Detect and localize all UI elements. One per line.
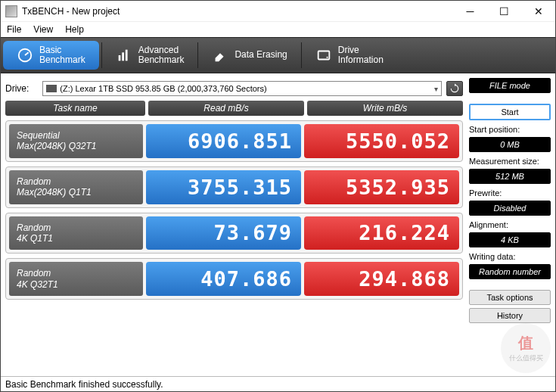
- result-row: Random4K Q1T173.679216.224: [5, 213, 463, 254]
- menu-file[interactable]: File: [7, 24, 21, 35]
- menu-help[interactable]: Help: [65, 24, 84, 35]
- result-row: SequentialMax(2048K) Q32T16906.8515550.0…: [5, 120, 463, 162]
- header-row: Task name Read mB/s Write mB/s: [5, 101, 463, 116]
- header-read: Read mB/s: [148, 101, 304, 116]
- tab-basic-benchmark[interactable]: BasicBenchmark: [3, 41, 99, 70]
- read-value: 6906.851: [146, 124, 301, 158]
- task-cell: RandomMax(2048K) Q1T1: [9, 170, 143, 204]
- header-task: Task name: [5, 101, 145, 116]
- svg-rect-2: [118, 55, 120, 61]
- app-icon: [5, 5, 17, 17]
- task-cell: Random4K Q32T1: [9, 262, 143, 296]
- task-cell: Random4K Q1T1: [9, 216, 143, 250]
- svg-rect-3: [122, 52, 124, 61]
- menu-view[interactable]: View: [33, 24, 53, 35]
- align-label: Alignment:: [469, 220, 551, 229]
- result-row: RandomMax(2048K) Q1T13755.3155352.935: [5, 166, 463, 208]
- svg-point-6: [326, 57, 328, 58]
- task-cell: SequentialMax(2048K) Q32T1: [9, 124, 143, 158]
- maximize-button[interactable]: ☐: [487, 1, 521, 21]
- write-value: 5550.052: [304, 124, 459, 158]
- prewrite-value[interactable]: Disabled: [469, 201, 551, 216]
- tab-data-erasing[interactable]: Data Erasing: [198, 38, 300, 73]
- tab-advanced-benchmark[interactable]: AdvancedBenchmark: [102, 38, 198, 73]
- align-value[interactable]: 4 KB: [469, 232, 551, 247]
- header-write: Write mB/s: [307, 101, 463, 116]
- write-value: 294.868: [304, 262, 459, 296]
- results-table: SequentialMax(2048K) Q32T16906.8515550.0…: [5, 120, 463, 300]
- refresh-icon: [449, 83, 460, 94]
- read-value: 407.686: [146, 262, 301, 296]
- prewrite-label: Prewrite:: [469, 188, 551, 198]
- read-value: 3755.315: [146, 170, 301, 204]
- erase-icon: [212, 47, 228, 64]
- drive-label: Drive:: [5, 83, 38, 94]
- measure-value[interactable]: 512 MB: [469, 169, 551, 184]
- drive-icon: [46, 85, 57, 92]
- svg-line-1: [25, 52, 29, 55]
- result-row: Random4K Q32T1407.686294.868: [5, 258, 463, 300]
- measure-label: Measurement size:: [469, 157, 551, 166]
- tab-drive-information[interactable]: DriveInformation: [302, 38, 397, 73]
- startpos-label: Start position:: [469, 125, 551, 134]
- menubar: File View Help: [1, 22, 555, 37]
- side-panel: FILE mode Start Start position: 0 MB Mea…: [466, 78, 551, 376]
- status-bar: Basic Benchmark finished successfully.: [1, 376, 555, 391]
- drive-select[interactable]: (Z:) Lexar 1TB SSD 953.85 GB (2,000,373,…: [42, 81, 442, 96]
- drive-info-icon: [315, 47, 332, 64]
- minimize-button[interactable]: ─: [453, 1, 487, 21]
- write-value: 5352.935: [304, 170, 459, 204]
- close-button[interactable]: ✕: [521, 1, 555, 21]
- drive-value: (Z:) Lexar 1TB SSD 953.85 GB (2,000,373,…: [60, 84, 266, 93]
- app-window: TxBENCH - New project ─ ☐ ✕ File View He…: [0, 0, 556, 392]
- titlebar: TxBENCH - New project ─ ☐ ✕: [1, 1, 555, 22]
- toolbar: BasicBenchmark AdvancedBenchmark Data Er…: [1, 37, 555, 73]
- read-value: 73.679: [146, 216, 301, 250]
- start-button[interactable]: Start: [469, 104, 551, 120]
- refresh-button[interactable]: [446, 81, 463, 96]
- task-options-button[interactable]: Task options: [469, 290, 551, 305]
- gauge-icon: [17, 47, 33, 64]
- svg-rect-5: [318, 51, 329, 60]
- status-text: Basic Benchmark finished successfully.: [5, 379, 163, 390]
- write-value: 216.224: [304, 216, 459, 250]
- history-button[interactable]: History: [469, 308, 551, 323]
- writedata-value[interactable]: Random number: [469, 264, 551, 279]
- file-mode-button[interactable]: FILE mode: [469, 78, 551, 93]
- startpos-value[interactable]: 0 MB: [469, 137, 551, 152]
- chart-icon: [116, 47, 132, 64]
- writedata-label: Writing data:: [469, 252, 551, 261]
- svg-rect-4: [126, 50, 128, 61]
- window-title: TxBENCH - New project: [22, 6, 453, 17]
